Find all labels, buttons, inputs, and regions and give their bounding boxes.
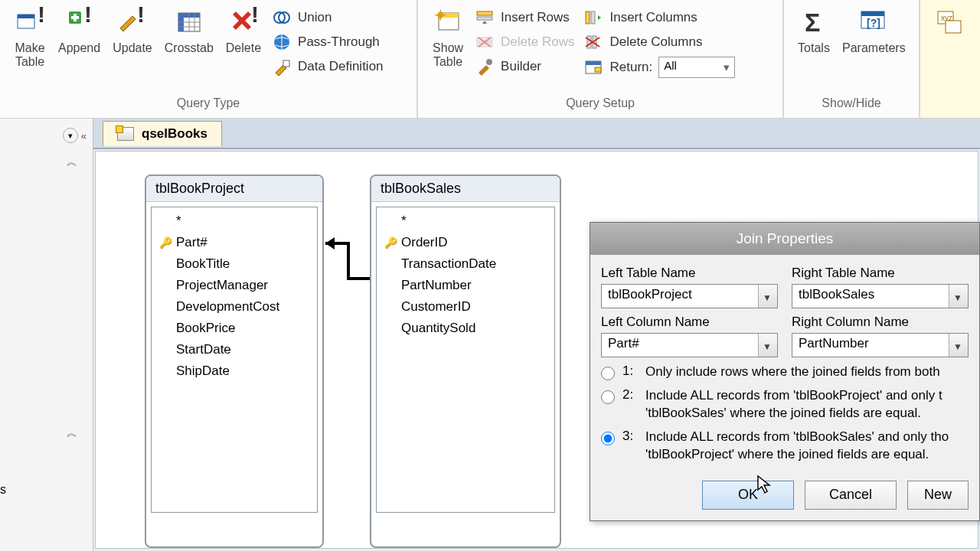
delete-rows-label: Delete Rows [501,34,574,50]
svg-rect-24 [477,11,492,15]
radio-3[interactable] [601,432,615,445]
nav-collapse-icon[interactable]: « [81,130,87,142]
field-orderid[interactable]: 🔑OrderID [383,232,548,253]
show-table-button[interactable]: ✦ Show Table [426,5,470,71]
svg-text:!: ! [38,7,45,27]
totals-label: Totals [798,41,830,55]
table-tblbookproject[interactable]: tblBookProject * 🔑Part# BookTitle Projec… [145,174,324,548]
left-col-combo[interactable]: Part#▼ [601,333,778,357]
query-type-group-label: Query Type [8,96,409,115]
union-label: Union [298,10,332,25]
delete-columns-label: Delete Columns [609,34,702,50]
pass-through-button[interactable]: Pass-Through [272,32,384,52]
left-table-combo[interactable]: tblBookProject▼ [601,284,778,308]
field-star-r[interactable]: * [383,210,548,232]
crosstab-button[interactable]: Crosstab [158,5,220,57]
right-table-combo[interactable]: tblBookSales▼ [792,284,969,308]
table-tblbooksales[interactable]: tblBookSales * 🔑OrderID TransactionDate … [370,174,561,548]
dialog-title: Join Properties [590,223,979,255]
key-icon: 🔑 [159,236,172,249]
nav-item-partial[interactable]: s [0,483,6,497]
svg-rect-39 [595,67,601,72]
builder-icon [475,57,495,77]
right-col-combo[interactable]: PartNumber▼ [792,333,969,357]
field-part[interactable]: 🔑Part# [158,232,311,253]
crosstab-label: Crosstab [165,41,214,55]
join-option-3[interactable]: 3: Include ALL records from 'tblBookSale… [601,429,969,464]
return-control[interactable]: Return: All [583,57,735,78]
delete-rows-button: Delete Rows [475,32,574,52]
table-fields-right: * 🔑OrderID TransactionDate PartNumber Cu… [376,207,555,513]
field-startdate[interactable]: StartDate [158,339,311,360]
field-transactiondate[interactable]: TransactionDate [383,253,548,275]
nav-section-collapse-1[interactable]: ︽ [67,155,77,169]
opt3-desc: Include ALL records from 'tblBookSales' … [645,429,969,464]
update-button[interactable]: ! Update [106,5,158,57]
table-title-right: tblBookSales [371,176,560,202]
left-col-label: Left Column Name [601,315,778,330]
show-table-label: Show Table [433,41,463,70]
group-query-setup: ✦ Show Table Insert Rows Delete Rows Bui… [418,0,784,118]
svg-rect-5 [71,16,79,19]
partial-button[interactable]: xyz [928,5,972,43]
field-partnumber[interactable]: PartNumber [383,275,548,296]
navigation-pane: ▾ « ︽ ︽ s [0,119,93,551]
join-option-2[interactable]: 2: Include ALL records from 'tblBookProj… [601,387,969,422]
append-icon: ! [64,6,96,38]
left-table-label: Left Table Name [601,266,778,281]
insert-columns-label: Insert Columns [609,10,697,25]
svg-rect-46 [946,21,961,33]
nav-section-collapse-2[interactable]: ︽ [67,426,77,440]
nav-dropdown-icon[interactable]: ▾ [63,128,78,143]
left-col-value: Part# [608,336,639,350]
tab-qselbooks[interactable]: qselBooks [103,121,222,146]
field-bookprice[interactable]: BookPrice [158,318,311,339]
union-button[interactable]: Union [272,8,384,28]
svg-rect-32 [591,11,595,24]
group-query-type: ! Make Table ! Append ! Update C [0,0,418,118]
make-table-button[interactable]: ! Make Table [8,5,52,71]
opt3-num: 3: [622,429,638,444]
totals-button[interactable]: Σ Totals [792,5,836,57]
builder-button[interactable]: Builder [475,57,574,77]
parameters-button[interactable]: [?] Parameters [836,5,912,57]
field-quantitysold[interactable]: QuantitySold [383,318,548,339]
svg-text:!: ! [137,7,145,27]
svg-text:✦: ✦ [434,7,447,24]
pass-through-icon [272,32,292,52]
field-projectmanager[interactable]: ProjectManager [158,275,311,296]
opt1-desc: Only include rows where the joined field… [645,364,969,381]
insert-columns-button[interactable]: Insert Columns [583,8,735,28]
new-button[interactable]: New [907,481,969,510]
ok-button[interactable]: OK [702,481,794,510]
data-definition-button[interactable]: Data Definition [272,57,384,77]
svg-rect-1 [18,15,34,18]
totals-icon: Σ [798,6,830,38]
delete-columns-button[interactable]: Delete Columns [583,32,735,52]
left-table-value: tblBookProject [608,287,692,302]
cancel-button[interactable]: Cancel [805,481,897,510]
field-developmentcost[interactable]: DevelopmentCost [158,296,311,318]
field-booktitle[interactable]: BookTitle [158,253,311,275]
insert-rows-label: Insert Rows [501,10,570,25]
show-hide-group-label: Show/Hide [792,96,911,115]
tab-bar: qselBooks [93,119,980,149]
append-button[interactable]: ! Append [52,5,106,57]
insert-rows-button[interactable]: Insert Rows [475,8,574,28]
join-option-1[interactable]: 1: Only include rows where the joined fi… [601,364,969,381]
svg-point-30 [486,59,492,65]
radio-1[interactable] [601,367,615,380]
field-shipdate[interactable]: ShipDate [158,360,311,382]
insert-columns-icon [583,8,603,28]
join-line[interactable] [322,234,373,288]
query-setup-group-label: Query Setup [426,96,775,115]
field-customerid[interactable]: CustomerID [383,296,548,318]
return-dropdown[interactable]: All [658,57,735,78]
radio-2[interactable] [601,390,615,404]
delete-button[interactable]: ! Delete [220,5,267,57]
delete-label: Delete [226,41,261,55]
svg-text:!: ! [251,7,259,27]
field-star[interactable]: * [158,210,311,232]
svg-rect-38 [586,61,601,65]
insert-rows-icon [475,8,495,28]
